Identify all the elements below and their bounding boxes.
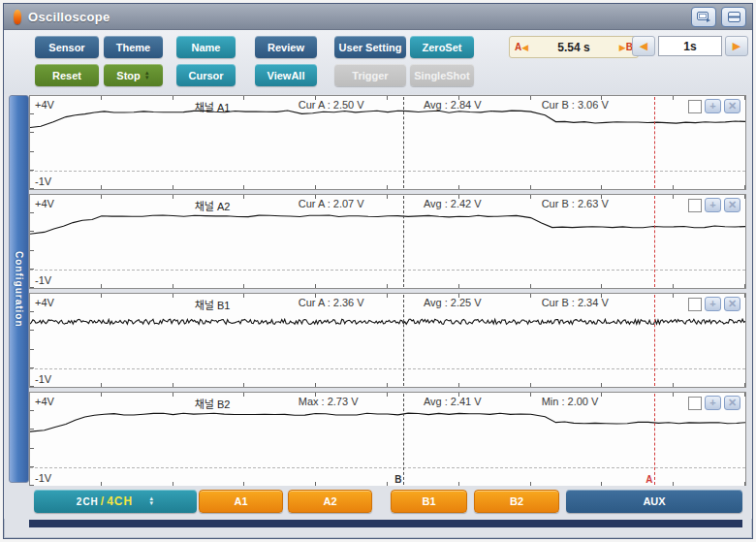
waveform-b2 (30, 393, 745, 486)
review-button[interactable]: Review (255, 36, 317, 58)
cursor-button[interactable]: Cursor (176, 64, 236, 86)
mode-separator: / (101, 494, 105, 508)
channel-a2-button[interactable]: A2 (288, 490, 372, 513)
channel-panel-a1: +4V -1V 채널 A1 Cur A : 2.50 V Avg : 2.84 … (29, 95, 746, 190)
measurement-cur-a: Cur A : 2.50 V (299, 99, 364, 111)
measurement-cur-a: Cur A : 2.07 V (299, 198, 364, 209)
zoom-channel-icon[interactable]: + (705, 198, 721, 212)
measurement-cur-b: Cur B : 2.63 V (542, 198, 609, 209)
channel-name: 채널 B1 (195, 297, 231, 312)
measurement-max: Max : 2.73 V (299, 396, 359, 407)
zero-volt-line (30, 270, 745, 271)
aux-button[interactable]: AUX (566, 490, 742, 513)
time-ticks (30, 195, 745, 199)
cursor-a-arrow-icon: ◀ (521, 43, 528, 52)
time-ticks (30, 393, 745, 397)
configuration-tab[interactable]: Configuration (9, 95, 29, 483)
title-bar: Oscilloscope (4, 4, 752, 30)
singleshot-button[interactable]: SingleShot (410, 64, 474, 86)
timebase-value[interactable]: 1s (658, 36, 722, 56)
time-ticks (30, 185, 745, 189)
channel-bar: 2CH / 4CH ▲▼ A1 A2 B1 B2 AUX (4, 486, 752, 519)
measurement-cur-b: Cur B : 2.34 V (542, 297, 609, 308)
cursor-b-line[interactable] (403, 97, 404, 188)
viewall-button[interactable]: ViewAll (255, 64, 317, 86)
zero-volt-line (30, 368, 745, 369)
zeroset-button[interactable]: ZeroSet (410, 36, 474, 58)
timebase-decrease-button[interactable]: ◀ (632, 36, 655, 56)
vmin-label: -1V (35, 373, 51, 385)
voltage-ticks (30, 393, 34, 486)
zoom-channel-icon[interactable]: + (705, 297, 721, 311)
channel-a1-button[interactable]: A1 (199, 490, 283, 513)
cursor-a-line[interactable] (654, 295, 655, 386)
zoom-channel-icon[interactable]: + (705, 99, 721, 113)
channel-panel-a2: +4V -1V 채널 A2 Cur A : 2.07 V Avg : 2.42 … (29, 194, 746, 289)
channel-b2-button[interactable]: B2 (474, 490, 559, 513)
channel-select-checkbox[interactable] (688, 397, 702, 410)
cursor-b-arrow-icon: ▶ (619, 43, 626, 52)
vmax-label: +4V (35, 396, 54, 407)
close-channel-icon[interactable]: ✕ (724, 297, 740, 311)
sensor-button[interactable]: Sensor (35, 36, 99, 58)
time-ticks (30, 284, 745, 288)
channel-mode-spinner-icon: ▲▼ (148, 496, 154, 506)
channel-panel-b1: +4V -1V 채널 B1 Cur A : 2.36 V Avg : 2.25 … (29, 293, 746, 388)
zero-volt-line (30, 171, 745, 172)
channel-panel-b2: +4V -1V 채널 B2 Max : 2.73 V Avg : 2.41 V … (29, 392, 746, 487)
cursor-b-line[interactable] (403, 196, 404, 287)
window-bottom-frame (29, 520, 742, 527)
channel-b1-button[interactable]: B1 (391, 490, 467, 513)
channel-select-checkbox[interactable] (688, 298, 702, 311)
close-channel-icon[interactable]: ✕ (724, 198, 740, 212)
mode-2ch-label: 2CH (77, 496, 99, 507)
close-channel-icon[interactable]: ✕ (724, 99, 740, 113)
voltage-ticks (30, 294, 34, 387)
cursor-a-line[interactable] (654, 394, 655, 485)
timebase-control: ◀ 1s ▶ (632, 36, 748, 56)
window-split-icon[interactable] (721, 7, 746, 27)
close-channel-icon[interactable]: ✕ (724, 396, 740, 410)
stop-label: Stop (116, 70, 140, 81)
measurement-avg: Avg : 2.25 V (424, 297, 482, 308)
cursor-a-bottom-label: A (646, 474, 652, 485)
time-ticks (30, 96, 745, 100)
voltage-ticks (30, 96, 34, 189)
cursor-b-line[interactable] (403, 394, 404, 485)
voltage-ticks (30, 195, 34, 288)
theme-button[interactable]: Theme (104, 36, 163, 58)
vmin-label: -1V (35, 274, 51, 286)
oscilloscope-window: Oscilloscope Sensor Theme Name Review Us… (3, 3, 753, 539)
time-ticks (30, 294, 745, 298)
channel-select-checkbox[interactable] (688, 100, 702, 113)
stop-button[interactable]: Stop ▲▼ (104, 64, 163, 86)
cursor-b-line[interactable] (403, 295, 404, 386)
measurement-min: Min : 2.00 V (542, 396, 599, 407)
zoom-channel-icon[interactable]: + (705, 396, 721, 410)
app-icon (14, 10, 21, 24)
vmax-label: +4V (35, 99, 54, 111)
channel-mode-selector[interactable]: 2CH / 4CH ▲▼ (34, 490, 197, 513)
name-button[interactable]: Name (176, 36, 236, 58)
cursor-a-tag: A (515, 42, 521, 52)
reset-button[interactable]: Reset (35, 64, 99, 86)
screen-capture-icon[interactable] (691, 7, 716, 27)
cursor-a-line[interactable] (654, 196, 655, 287)
stop-spinner-icon: ▲▼ (144, 71, 150, 80)
cursor-a-line[interactable] (654, 97, 655, 188)
zero-volt-line (30, 467, 745, 468)
trigger-button[interactable]: Trigger (334, 64, 406, 86)
ab-cursor-time-display[interactable]: A ◀ 5.54 s ▶ B (509, 36, 639, 58)
vmax-label: +4V (35, 297, 54, 308)
configuration-tab-label: Configuration (14, 251, 24, 328)
vmin-label: -1V (35, 472, 51, 484)
timebase-increase-button[interactable]: ▶ (725, 36, 748, 56)
ab-delta-time: 5.54 s (528, 41, 619, 54)
measurement-avg: Avg : 2.84 V (424, 99, 482, 111)
waveform-a2 (30, 195, 745, 288)
user-setting-button[interactable]: User Setting (334, 36, 406, 58)
measurement-avg: Avg : 2.41 V (424, 396, 482, 407)
channel-select-checkbox[interactable] (688, 199, 702, 212)
channel-name: 채널 A1 (195, 99, 231, 114)
vmax-label: +4V (35, 198, 54, 209)
